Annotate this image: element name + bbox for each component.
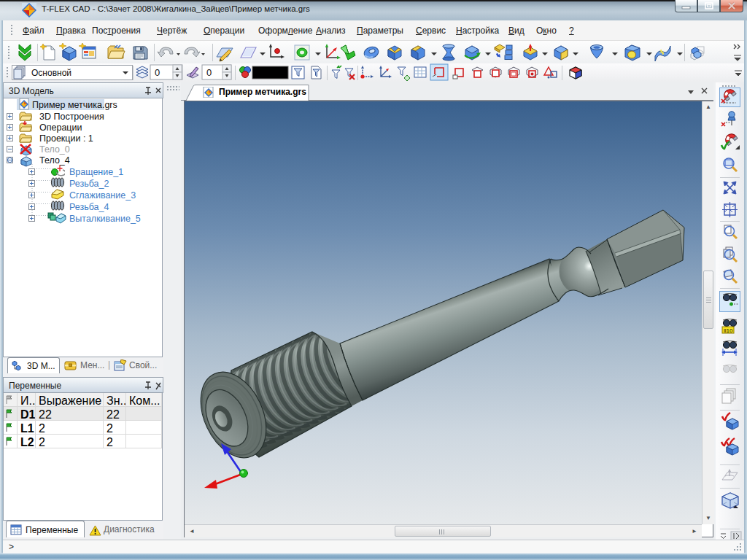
svg-text:0: 0 xyxy=(155,67,160,78)
svg-text:0: 0 xyxy=(206,67,212,78)
svg-text:ll10: ll10 xyxy=(724,327,733,334)
